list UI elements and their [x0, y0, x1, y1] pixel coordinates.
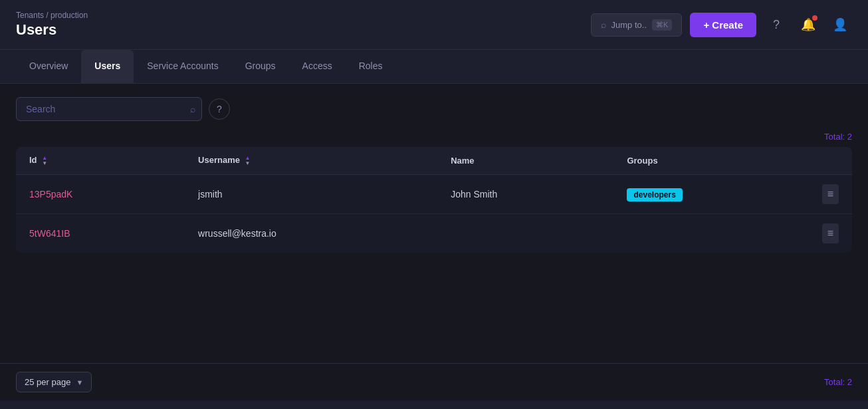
search-row: ⌕ ?	[16, 97, 852, 121]
cell-name	[437, 214, 613, 253]
avatar-icon: 👤	[833, 17, 847, 32]
tab-overview[interactable]: Overview	[16, 50, 81, 83]
tab-groups[interactable]: Groups	[232, 50, 289, 83]
tab-roles[interactable]: Roles	[346, 50, 396, 83]
col-header-id: Id ▲ ▼	[16, 147, 185, 174]
col-header-groups: Groups	[613, 147, 852, 174]
cell-id: 13P5padK	[16, 174, 185, 214]
filter-help-button[interactable]: ?	[209, 98, 230, 120]
tab-service-accounts[interactable]: Service Accounts	[134, 50, 231, 83]
user-menu-button[interactable]: 👤	[828, 13, 852, 37]
table-row[interactable]: 13P5padKjsmithJohn Smithdevelopers≡	[16, 174, 852, 214]
row-action-button[interactable]: ≡	[822, 223, 839, 243]
total-count-top: Total: 2	[16, 132, 852, 142]
footer: 25 per page ▼ Total: 2	[0, 363, 868, 400]
header-left: Tenants / production Users	[16, 11, 88, 39]
question-icon: ?	[773, 18, 780, 32]
row-action-button[interactable]: ≡	[822, 184, 839, 204]
question-circle-icon: ?	[217, 104, 222, 114]
header-right: ⌕ Jump to.. ⌘K + Create ? 🔔 👤	[591, 13, 852, 37]
group-badge: developers	[627, 188, 682, 202]
header: Tenants / production Users ⌕ Jump to.. ⌘…	[0, 0, 868, 50]
cell-id: 5tW641IB	[16, 214, 185, 253]
cell-groups: ≡	[613, 214, 852, 253]
create-button[interactable]: + Create	[690, 13, 756, 37]
jump-to-button[interactable]: ⌕ Jump to.. ⌘K	[591, 13, 683, 37]
table-header-row: Id ▲ ▼ Username ▲ ▼ Name	[16, 147, 852, 174]
notification-dot	[812, 15, 817, 21]
per-page-selector[interactable]: 25 per page ▼	[16, 372, 92, 392]
help-button[interactable]: ?	[764, 13, 788, 37]
col-header-name: Name	[437, 147, 613, 174]
search-input-wrapper: ⌕	[16, 97, 202, 121]
jump-to-label: Jump to..	[611, 20, 647, 30]
col-header-username: Username ▲ ▼	[185, 147, 437, 174]
notifications-button[interactable]: 🔔	[796, 13, 820, 37]
cell-name: John Smith	[437, 174, 613, 214]
content-area: ⌕ ? Total: 2 Id ▲ ▼ Username ▲	[0, 84, 868, 363]
chevron-down-icon: ▼	[76, 378, 83, 386]
search-input[interactable]	[16, 97, 202, 121]
tab-access[interactable]: Access	[289, 50, 346, 83]
users-table: Id ▲ ▼ Username ▲ ▼ Name	[16, 147, 852, 253]
per-page-label: 25 per page	[25, 377, 70, 387]
create-label: + Create	[703, 19, 743, 31]
cell-groups: developers≡	[613, 175, 852, 214]
cell-username: wrussell@kestra.io	[185, 214, 437, 253]
total-count-footer: Total: 2	[824, 377, 852, 387]
tabs-bar: Overview Users Service Accounts Groups A…	[0, 50, 868, 84]
breadcrumb: Tenants / production	[16, 11, 88, 20]
page-title: Users	[16, 21, 88, 39]
table-row[interactable]: 5tW641IBwrussell@kestra.io≡	[16, 214, 852, 253]
sort-icons-username[interactable]: ▲ ▼	[245, 156, 251, 166]
cell-username: jsmith	[185, 174, 437, 214]
kbd-shortcut: ⌘K	[652, 19, 672, 31]
search-icon: ⌕	[601, 19, 606, 30]
tab-users[interactable]: Users	[81, 50, 134, 83]
sort-icons-id[interactable]: ▲ ▼	[42, 156, 47, 166]
